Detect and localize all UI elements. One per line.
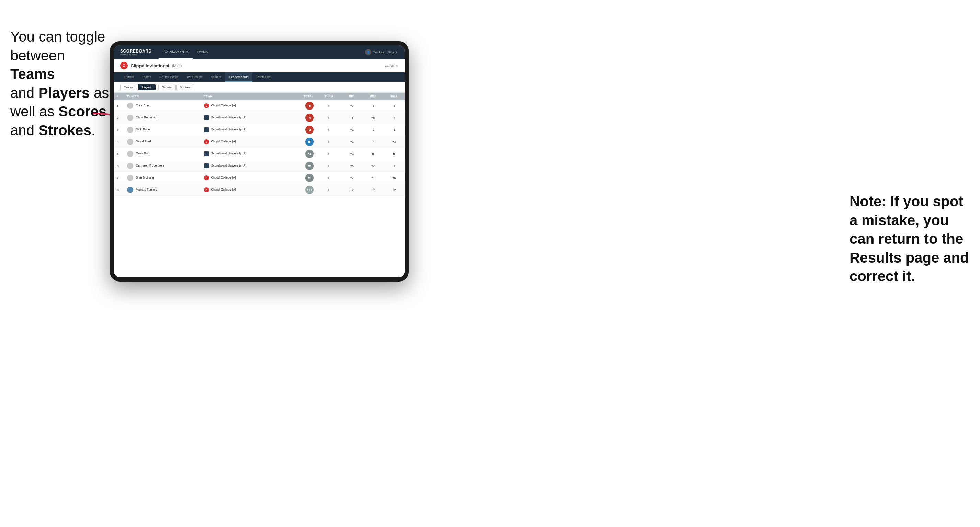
cell-player: Chris Robertson <box>124 112 201 124</box>
nav-tournaments[interactable]: TOURNAMENTS <box>159 45 193 59</box>
sub-tab-players[interactable]: Players <box>138 84 156 90</box>
cell-team: C Clippd College [A] <box>201 136 288 148</box>
cell-rd2: -6 <box>363 100 383 112</box>
table-row: 6 Cameron Robertson Scoreboard Universit… <box>114 160 405 172</box>
powered-by-text: Powered by clippd <box>120 54 152 56</box>
cell-team: Scoreboard University [A] <box>201 160 288 172</box>
cell-total: +6 <box>288 160 316 172</box>
cell-team: Scoreboard University [A] <box>201 148 288 160</box>
cell-thru: F <box>317 112 342 124</box>
cell-num: 3 <box>114 124 124 136</box>
tab-results[interactable]: Results <box>207 73 225 82</box>
player-avatar <box>127 103 133 109</box>
team-name: Scoreboard University [A] <box>211 128 246 131</box>
leaderboard-table: # PLAYER TEAM TOTAL THRU RD1 RD2 RD3 1 E… <box>114 93 405 278</box>
cell-num: 7 <box>114 172 124 184</box>
cell-rd3: E <box>384 148 405 160</box>
team-logo-icon <box>204 115 209 120</box>
cell-team: C Clippd College [A] <box>201 100 288 112</box>
sign-out-link[interactable]: Sign out <box>388 51 398 54</box>
cell-rd1: +2 <box>341 184 363 196</box>
cell-player: David Ford <box>124 136 201 148</box>
cell-total: -8 <box>288 100 316 112</box>
cell-rd2: +7 <box>363 184 383 196</box>
sub-tab-strokes[interactable]: Strokes <box>176 84 194 90</box>
col-thru: THRU <box>317 93 342 100</box>
nav-right: 👤 Test User | Sign out <box>365 49 398 55</box>
score-badge: +1 <box>305 150 313 158</box>
score-badge: -2 <box>305 125 313 134</box>
tablet-frame: SCOREBOARD Powered by clippd TOURNAMENTS… <box>110 41 409 281</box>
tournament-subtitle: (Men) <box>172 63 182 68</box>
cell-rd1: +1 <box>341 148 363 160</box>
table-body: 1 Elliot Ebert C Clippd College [A] -8 F… <box>114 100 405 196</box>
cell-thru: F <box>317 136 342 148</box>
cell-num: 2 <box>114 112 124 124</box>
cell-rd1: -5 <box>341 112 363 124</box>
cell-thru: F <box>317 100 342 112</box>
tab-course-setup[interactable]: Course Setup <box>155 73 182 82</box>
cell-rd2: +5 <box>363 112 383 124</box>
table-row: 5 Rees Britt Scoreboard University [A] +… <box>114 148 405 160</box>
players-table: # PLAYER TEAM TOTAL THRU RD1 RD2 RD3 1 E… <box>114 93 405 196</box>
player-avatar <box>127 187 133 193</box>
nav-teams[interactable]: TEAMS <box>193 45 213 59</box>
cell-thru: F <box>317 124 342 136</box>
cell-team: C Clippd College [A] <box>201 172 288 184</box>
cell-total: +11 <box>288 184 316 196</box>
cell-thru: F <box>317 172 342 184</box>
cell-num: 1 <box>114 100 124 112</box>
player-name: Rees Britt <box>136 152 150 155</box>
tab-printables[interactable]: Printables <box>253 73 274 82</box>
player-avatar <box>127 175 133 181</box>
team-name: Clippd College [A] <box>211 188 236 191</box>
table-row: 1 Elliot Ebert C Clippd College [A] -8 F… <box>114 100 405 112</box>
team-name: Clippd College [A] <box>211 176 236 179</box>
cell-player: Elliot Ebert <box>124 100 201 112</box>
logo-area: SCOREBOARD Powered by clippd <box>120 49 152 56</box>
sub-tab-teams[interactable]: Teams <box>120 84 137 90</box>
tab-details[interactable]: Details <box>120 73 138 82</box>
score-badge: -4 <box>305 114 313 122</box>
logo-text: SCOREBOARD <box>120 49 152 54</box>
col-rd1: RD1 <box>341 93 363 100</box>
team-name: Scoreboard University [A] <box>211 152 246 155</box>
cell-thru: F <box>317 148 342 160</box>
player-name: Marcus Turners <box>136 188 158 191</box>
cell-total: -4 <box>288 112 316 124</box>
table-row: 8 Marcus Turners C Clippd College [A] +1… <box>114 184 405 196</box>
scores-bold: Scores <box>58 103 107 119</box>
c-logo: C <box>120 62 128 69</box>
tab-tee-groups[interactable]: Tee Groups <box>182 73 207 82</box>
cell-rd1: +1 <box>341 124 363 136</box>
cancel-button[interactable]: Cancel ✕ <box>385 64 398 67</box>
player-name: Blair McHarg <box>136 176 154 179</box>
score-badge: +9 <box>305 174 313 182</box>
score-badge: -8 <box>305 102 313 110</box>
cell-rd3: -1 <box>384 160 405 172</box>
close-icon: ✕ <box>396 64 398 67</box>
cell-rd3: +2 <box>384 184 405 196</box>
team-name: Scoreboard University [A] <box>211 116 246 119</box>
col-rd3: RD3 <box>384 93 405 100</box>
player-name: Cameron Robertson <box>136 164 164 167</box>
cell-num: 4 <box>114 136 124 148</box>
player-avatar <box>127 115 133 121</box>
cell-num: 5 <box>114 148 124 160</box>
sub-tab-scores[interactable]: Scores <box>158 84 175 90</box>
right-annotation: Note: If you spot a mistake, you can ret… <box>850 192 970 286</box>
player-name: Chris Robertson <box>136 116 158 119</box>
col-team: TEAM <box>201 93 288 100</box>
cell-thru: F <box>317 184 342 196</box>
cell-rd3: -1 <box>384 124 405 136</box>
tab-leaderboards[interactable]: Leaderboards <box>225 73 253 82</box>
tab-teams[interactable]: Teams <box>138 73 156 82</box>
cell-rd3: +6 <box>384 172 405 184</box>
table-row: 2 Chris Robertson Scoreboard University … <box>114 112 405 124</box>
team-logo-icon <box>204 127 209 132</box>
player-avatar <box>127 151 133 157</box>
cell-rd2: +2 <box>363 160 383 172</box>
cell-rd2: -4 <box>363 136 383 148</box>
col-player: PLAYER <box>124 93 201 100</box>
cell-num: 8 <box>114 184 124 196</box>
